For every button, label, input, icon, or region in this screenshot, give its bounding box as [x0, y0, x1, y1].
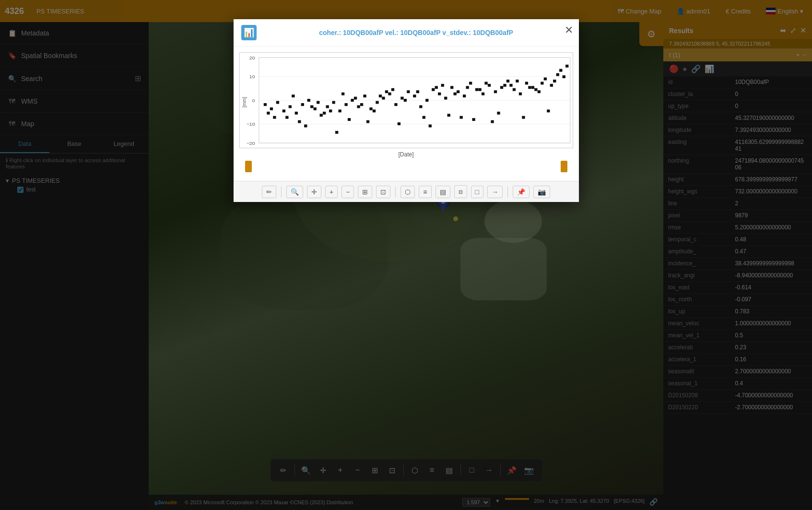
svg-rect-72	[298, 120, 301, 123]
camera-icon: 📷	[538, 188, 546, 196]
crosshair-icon: ✛	[311, 188, 317, 196]
select-modal-btn[interactable]: ⊡	[376, 186, 390, 198]
svg-rect-94	[441, 84, 444, 87]
svg-rect-86	[428, 124, 431, 127]
modal-close-btn[interactable]: ✕	[565, 24, 573, 36]
svg-rect-100	[353, 97, 356, 100]
minus-modal-btn[interactable]: −	[341, 186, 354, 198]
svg-rect-75	[372, 109, 375, 112]
svg-rect-58	[481, 93, 484, 95]
svg-rect-51	[438, 93, 441, 95]
layers-modal-btn[interactable]: ≡	[419, 186, 431, 198]
svg-rect-48	[419, 105, 422, 108]
rect-modal-btn[interactable]: □	[471, 186, 483, 198]
svg-rect-106	[528, 86, 531, 89]
date-marker-left[interactable]	[245, 161, 252, 172]
layers-icon: ≡	[423, 188, 427, 196]
svg-rect-113	[484, 82, 487, 84]
svg-rect-56	[469, 82, 471, 84]
svg-rect-115	[534, 88, 537, 91]
fit-modal-btn[interactable]: ⊞	[358, 186, 372, 198]
svg-rect-76	[397, 122, 400, 125]
svg-rect-65	[525, 82, 528, 84]
svg-rect-104	[478, 88, 481, 91]
svg-text:2015: 2015	[253, 147, 265, 148]
svg-rect-52	[444, 97, 447, 100]
svg-rect-41	[376, 101, 378, 104]
svg-text:20: 20	[249, 55, 255, 60]
plus-modal-btn[interactable]: +	[325, 186, 338, 198]
svg-text:2017: 2017	[342, 147, 353, 148]
arrow-icon: →	[492, 188, 498, 196]
modal-body: 20 10 0 −10 −20 [mm] 2015	[234, 47, 579, 181]
svg-rect-31	[313, 107, 316, 110]
crosshair-modal-btn[interactable]: ✛	[307, 186, 321, 198]
svg-rect-33	[326, 105, 329, 108]
svg-rect-37	[351, 99, 353, 102]
svg-rect-27	[288, 105, 291, 108]
pencil-btn[interactable]: ✏	[262, 186, 276, 198]
svg-text:0: 0	[252, 98, 255, 103]
svg-rect-64	[518, 93, 521, 95]
zoom-modal-btn[interactable]: 🔍	[286, 186, 303, 198]
svg-text:10: 10	[249, 74, 255, 80]
modal-overlay: 📊 coher.: 10DQB00afP vel.: 10DQB00afP v_…	[0, 0, 812, 510]
svg-rect-35	[338, 109, 341, 112]
svg-rect-57	[475, 88, 478, 91]
pin-modal-btn[interactable]: 📌	[513, 186, 530, 198]
svg-rect-30	[307, 99, 310, 102]
svg-rect-98	[310, 105, 313, 108]
svg-rect-67	[537, 90, 540, 93]
svg-rect-40	[369, 107, 372, 110]
stack-modal-btn[interactable]: ⧈	[454, 185, 467, 198]
fit-icon: ⊞	[362, 188, 368, 196]
svg-rect-42	[382, 97, 385, 100]
svg-rect-109	[285, 116, 288, 119]
svg-rect-23	[263, 103, 266, 106]
svg-rect-71	[273, 116, 276, 119]
svg-rect-88	[491, 120, 494, 123]
modal-toolbar: ✏ 🔍 ✛ + − ⊞ ⊡ ⬡ ≡ ▤ ⧈ □ → 📌 📷	[234, 181, 579, 202]
svg-rect-97	[541, 82, 543, 84]
camera-modal-btn[interactable]: 📷	[533, 186, 550, 198]
svg-rect-89	[292, 95, 294, 97]
svg-rect-117	[562, 75, 565, 78]
polygon-modal-btn[interactable]: ⬡	[400, 186, 415, 198]
svg-rect-32	[319, 114, 322, 117]
svg-text:[mm]: [mm]	[241, 97, 247, 107]
arrow-modal-btn[interactable]: →	[487, 186, 503, 198]
svg-rect-38	[357, 105, 360, 108]
svg-rect-112	[435, 86, 437, 89]
svg-rect-29	[301, 103, 304, 106]
svg-text:2016: 2016	[297, 147, 309, 148]
layers2-icon: ▤	[440, 188, 446, 196]
svg-rect-54	[457, 90, 459, 93]
svg-rect-85	[366, 120, 369, 123]
svg-text:−10: −10	[246, 122, 255, 127]
date-range	[239, 158, 573, 175]
svg-rect-99	[329, 109, 332, 112]
svg-rect-59	[487, 84, 490, 87]
svg-rect-96	[516, 80, 518, 83]
stack-icon: ⧈	[459, 188, 463, 196]
minus-icon: −	[346, 188, 350, 196]
svg-rect-36	[344, 103, 347, 106]
svg-rect-103	[453, 93, 456, 95]
toolbar-sep	[281, 186, 282, 198]
pin-icon: 📌	[517, 188, 525, 196]
svg-rect-116	[559, 69, 562, 72]
toolbar-sep	[395, 186, 396, 198]
svg-rect-87	[459, 116, 462, 119]
svg-rect-45	[400, 97, 403, 100]
svg-text:2019: 2019	[431, 147, 442, 148]
svg-rect-110	[360, 103, 363, 106]
svg-rect-70	[556, 73, 559, 76]
svg-rect-66	[531, 86, 534, 89]
svg-rect-60	[494, 90, 496, 93]
date-marker-right[interactable]	[561, 161, 567, 172]
svg-rect-68	[543, 77, 546, 80]
svg-rect-82	[547, 109, 550, 112]
layers2-modal-btn[interactable]: ▤	[435, 186, 450, 198]
svg-rect-39	[363, 95, 366, 97]
svg-rect-55	[463, 95, 466, 97]
